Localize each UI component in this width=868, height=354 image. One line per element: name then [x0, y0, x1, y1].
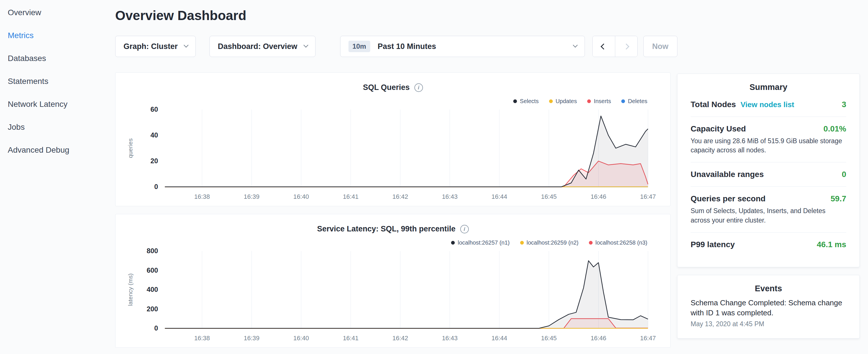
time-step-buttons [592, 36, 638, 57]
summary-label: Queries per second [691, 194, 766, 203]
controls-bar: Graph: Cluster Dashboard: Overview 10m P… [115, 36, 677, 57]
time-back-button[interactable] [593, 36, 615, 57]
summary-label: Total Nodes [691, 100, 736, 109]
svg-text:16:42: 16:42 [392, 334, 408, 342]
svg-text:0: 0 [154, 183, 158, 191]
svg-text:20: 20 [150, 157, 158, 165]
sidebar-item-advanced-debug[interactable]: Advanced Debug [0, 139, 115, 162]
sidebar-item-statements[interactable]: Statements [0, 70, 115, 93]
chart-card-sql-queries: SQL Queries i SelectsUpdatesInsertsDelet… [115, 72, 671, 206]
event-timestamp: May 13, 2020 at 4:45 PM [691, 320, 846, 328]
time-window-badge: 10m [348, 41, 370, 52]
chevron-down-icon [573, 43, 578, 47]
summary-value: 0 [842, 170, 846, 179]
svg-text:16:44: 16:44 [492, 193, 507, 200]
svg-text:800: 800 [147, 247, 158, 255]
graph-dropdown[interactable]: Graph: Cluster [115, 36, 196, 57]
events-list: Schema Change Completed: Schema change w… [691, 298, 846, 328]
time-controls: 10m Past 10 Minutes Now [340, 36, 677, 57]
svg-text:200: 200 [147, 305, 158, 313]
summary-label: Capacity Used [691, 124, 746, 133]
summary-value: 3 [842, 100, 846, 109]
svg-text:16:43: 16:43 [442, 334, 458, 342]
svg-text:16:39: 16:39 [244, 334, 260, 342]
svg-text:16:47: 16:47 [640, 334, 656, 342]
svg-text:16:47: 16:47 [640, 193, 656, 200]
svg-text:16:43: 16:43 [442, 193, 458, 200]
summary-row: P99 latency46.1 ms [691, 232, 846, 257]
chevron-right-icon [623, 43, 629, 50]
svg-text:400: 400 [147, 286, 158, 294]
event-text: Schema Change Completed: Schema change w… [691, 298, 846, 318]
svg-text:16:41: 16:41 [343, 334, 359, 342]
summary-row: Queries per second59.7Sum of Selects, Up… [691, 187, 846, 232]
sidebar-item-overview[interactable]: Overview [0, 1, 115, 24]
svg-text:16:45: 16:45 [541, 193, 557, 200]
view-nodes-list-link[interactable]: View nodes list [741, 100, 794, 109]
svg-text:16:39: 16:39 [244, 193, 260, 200]
svg-text:16:44: 16:44 [492, 334, 507, 342]
summary-value: 46.1 ms [817, 240, 846, 249]
svg-text:latency (ms): latency (ms) [127, 273, 133, 306]
summary-rows: Total NodesView nodes list3Capacity Used… [691, 97, 846, 257]
service-latency-chart-canvas[interactable]: 16:3816:3916:4016:4116:4216:4316:4416:45… [116, 214, 670, 347]
app-root: OverviewMetricsDatabasesStatementsNetwor… [0, 0, 868, 354]
time-forward-button[interactable] [615, 36, 637, 57]
svg-text:16:38: 16:38 [194, 193, 210, 200]
page-title: Overview Dashboard [115, 9, 671, 22]
summary-label: Unavailable ranges [691, 170, 764, 179]
graph-dropdown-label: Graph: Cluster [124, 42, 178, 51]
now-button[interactable]: Now [643, 36, 677, 57]
svg-text:16:40: 16:40 [293, 334, 309, 342]
sidebar-item-databases[interactable]: Databases [0, 47, 115, 70]
sidebar-item-network-latency[interactable]: Network Latency [0, 93, 115, 116]
chevron-down-icon [184, 43, 189, 47]
summary-value: 0.01% [824, 124, 846, 133]
svg-text:16:41: 16:41 [343, 193, 359, 200]
event-item[interactable]: Schema Change Completed: Schema change w… [691, 298, 846, 328]
events-title: Events [691, 284, 846, 293]
svg-text:60: 60 [150, 106, 158, 114]
sidebar: OverviewMetricsDatabasesStatementsNetwor… [0, 0, 115, 354]
sidebar-item-jobs[interactable]: Jobs [0, 116, 115, 139]
summary-row: Unavailable ranges0 [691, 162, 846, 187]
svg-text:16:38: 16:38 [194, 334, 210, 342]
sidebar-item-metrics[interactable]: Metrics [0, 24, 115, 47]
summary-row: Total NodesView nodes list3 [691, 97, 846, 117]
svg-text:0: 0 [154, 324, 158, 332]
summary-description: You are using 28.6 MiB of 515.9 GiB usab… [691, 136, 846, 155]
summary-panel: Summary Total NodesView nodes list3Capac… [677, 74, 860, 267]
events-panel: Events Schema Change Completed: Schema c… [677, 275, 860, 339]
chevron-down-icon [304, 43, 308, 47]
svg-text:600: 600 [147, 266, 158, 274]
svg-text:16:42: 16:42 [392, 193, 408, 200]
main-content: Overview Dashboard Graph: Cluster Dashbo… [115, 0, 671, 348]
summary-row: Capacity Used0.01%You are using 28.6 MiB… [691, 117, 846, 162]
summary-value: 59.7 [831, 194, 846, 203]
chevron-left-icon [601, 43, 607, 50]
dashboard-dropdown-label: Dashboard: Overview [218, 42, 298, 51]
chart-card-service-latency: Service Latency: SQL, 99th percentile i … [115, 214, 671, 348]
svg-text:16:46: 16:46 [591, 334, 607, 342]
svg-text:16:46: 16:46 [591, 193, 607, 200]
right-sidebar: Summary Total NodesView nodes list3Capac… [677, 74, 860, 339]
time-window-label: Past 10 Minutes [378, 42, 436, 51]
summary-description: Sum of Selects, Updates, Inserts, and De… [691, 206, 846, 225]
svg-text:40: 40 [150, 131, 158, 139]
svg-text:16:40: 16:40 [293, 193, 309, 200]
svg-text:queries: queries [127, 138, 133, 158]
sql-queries-chart-canvas[interactable]: 16:3816:3916:4016:4116:4216:4316:4416:45… [116, 73, 670, 206]
summary-title: Summary [691, 83, 846, 92]
summary-label: P99 latency [691, 240, 735, 249]
dashboard-dropdown[interactable]: Dashboard: Overview [210, 36, 315, 57]
time-window-dropdown[interactable]: 10m Past 10 Minutes [340, 36, 585, 57]
svg-text:16:45: 16:45 [541, 334, 557, 342]
